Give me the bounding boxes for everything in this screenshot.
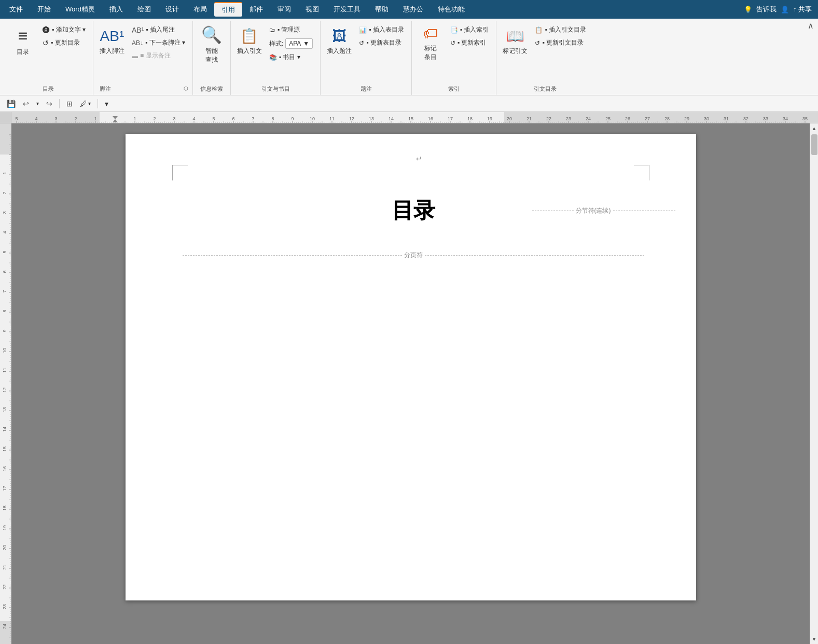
style-dropdown[interactable]: APA ▼: [285, 38, 313, 49]
menu-start[interactable]: 开始: [30, 3, 58, 16]
insert-table-fig-btn[interactable]: 📊 ▪ 插入表目录: [356, 24, 407, 36]
toc-btn-label: 目录: [17, 48, 29, 57]
format-painter-btn[interactable]: 🖊 ▾: [77, 98, 93, 109]
menu-word-ai[interactable]: Word精灵: [58, 3, 102, 16]
menu-view[interactable]: 视图: [298, 3, 326, 16]
insert-index-btn[interactable]: 📑 ▪ 插入索引: [447, 24, 492, 36]
menu-special[interactable]: 特色功能: [431, 3, 472, 16]
menu-file[interactable]: 文件: [2, 3, 30, 16]
ribbon-collapse-btn[interactable]: ∧: [803, 19, 818, 33]
main-content-col: ↵ 目录 分节符(连续): [11, 112, 818, 644]
page-break-line-left: [183, 255, 402, 256]
print-preview-icon: ⊞: [66, 100, 73, 108]
manage-source-btn[interactable]: 🗂 ▪ 管理源: [266, 24, 316, 36]
bibliography-btn[interactable]: 📚 ▪ 书目 ▾: [266, 51, 316, 63]
mark-citation-icon: 📖: [506, 27, 524, 45]
menu-hui-office[interactable]: 慧办公: [396, 3, 431, 16]
insert-citation-table-btn[interactable]: 📋 ▪ 插入引文目录: [532, 24, 589, 36]
mark-citation-label: 标记引文: [503, 47, 528, 55]
share-label[interactable]: ↑ 共享: [793, 5, 812, 14]
next-footnote-label: ▪ 下一条脚注 ▾: [145, 38, 185, 47]
return-mark: ↵: [416, 155, 422, 163]
scroll-up-btn[interactable]: ▲: [811, 123, 818, 133]
toc-large-btn[interactable]: ≡ 目录: [8, 23, 37, 60]
vertical-ruler: [0, 123, 11, 644]
print-preview-btn[interactable]: ⊞: [64, 98, 75, 109]
update-table-btn[interactable]: ↺ ▪ 更新表目录: [356, 37, 407, 49]
caption-small-btns: 📊 ▪ 插入表目录 ↺ ▪ 更新表目录: [356, 23, 407, 49]
show-note-btn[interactable]: ▬ ■ 显示备注: [129, 50, 188, 62]
smart-search-btn[interactable]: 🔍 智能 查找: [197, 23, 226, 66]
insert-caption-icon: 🖼: [332, 27, 346, 45]
citation-style-row: 样式: APA ▼: [266, 37, 316, 50]
caption-group-label: 题注: [358, 84, 374, 95]
update-citation-table-btn[interactable]: ↺ ▪ 更新引文目录: [532, 37, 589, 49]
citation-style-label: 样式:: [269, 39, 283, 48]
mark-index-icon: 🏷: [423, 25, 438, 42]
doc-scroll-area[interactable]: ↵ 目录 分节符(连续): [11, 123, 810, 644]
ruler-corner: [0, 112, 11, 123]
menu-draw[interactable]: 绘图: [130, 3, 158, 16]
ribbon-group-citation-table: 📖 标记引文 📋 ▪ 插入引文目录 ↺ ▪ 更新引文目录: [496, 21, 593, 95]
scroll-down-btn[interactable]: ▼: [811, 634, 818, 644]
add-text-btn[interactable]: 🅐 ▪ 添加文字 ▾: [39, 24, 89, 36]
doc-row: ↵ 目录 分节符(连续): [11, 123, 818, 644]
insert-caption-btn[interactable]: 🖼 插入题注: [325, 23, 354, 60]
insert-endnote-label: ▪ 插入尾注: [146, 25, 175, 34]
insert-footnote-btn[interactable]: AB¹ 插入脚注: [98, 23, 127, 60]
page-container: ↵ 目录 分节符(连续): [126, 134, 696, 634]
menu-dev-tools[interactable]: 开发工具: [326, 3, 368, 16]
update-index-label: ▪ 更新索引: [457, 38, 487, 47]
menu-review[interactable]: 审阅: [270, 3, 298, 16]
toc-small-btns: 🅐 ▪ 添加文字 ▾ ↺ ▪ 更新目录: [39, 23, 89, 49]
scrollbar-right[interactable]: ▲ ▼: [810, 123, 818, 644]
citation-table-group-label: 引文目录: [532, 84, 559, 95]
mark-index-btn[interactable]: 🏷 标记 条目: [416, 23, 445, 64]
next-footnote-btn[interactable]: AB↓ ▪ 下一条脚注 ▾: [129, 37, 188, 49]
bibliography-icon: 📚: [269, 54, 277, 61]
update-toc-btn[interactable]: ↺ ▪ 更新目录: [39, 37, 89, 49]
quick-toolbar: 💾 ↩ ▾ ↪ ⊞ 🖊 ▾ ▾: [0, 95, 818, 112]
footnote-expand-icon[interactable]: ⬡: [184, 86, 188, 91]
index-small-btns: 📑 ▪ 插入索引 ↺ ▪ 更新索引: [447, 23, 492, 49]
menu-mail[interactable]: 邮件: [242, 3, 270, 16]
menu-layout[interactable]: 布局: [186, 3, 214, 16]
menu-help[interactable]: 帮助: [368, 3, 396, 16]
citation-small-btns: 🗂 ▪ 管理源 样式: APA ▼ 📚 ▪ 书目 ▾: [266, 23, 316, 63]
index-group-label: 索引: [446, 84, 462, 95]
ribbon-group-smart-search: 🔍 智能 查找 信息检索: [193, 21, 231, 95]
menu-design[interactable]: 设计: [158, 3, 186, 16]
light-bulb-icon: 💡: [744, 6, 752, 13]
insert-citation-table-label: ▪ 插入引文目录: [545, 25, 586, 34]
save-btn[interactable]: 💾: [4, 98, 18, 109]
insert-citation-btn[interactable]: 📋 插入引文: [235, 23, 264, 60]
smart-search-buttons: 🔍 智能 查找: [197, 21, 226, 84]
format-painter-dropdown[interactable]: ▾: [88, 101, 91, 106]
scroll-thumb[interactable]: [811, 134, 817, 155]
insert-citation-icon: 📋: [240, 27, 258, 45]
insert-endnote-btn[interactable]: AB¹ ▪ 插入尾注: [129, 24, 188, 36]
tell-me-label[interactable]: 告诉我: [756, 5, 777, 14]
citation-buttons: 📋 插入引文 🗂 ▪ 管理源 样式: APA ▼: [235, 21, 316, 84]
custom-btn[interactable]: ▾: [102, 98, 111, 109]
undo-dropdown-btn[interactable]: ▾: [34, 99, 41, 108]
menu-references[interactable]: 引用: [214, 2, 242, 17]
toc-icon: ≡: [18, 26, 28, 46]
document-page[interactable]: ↵ 目录 分节符(连续): [126, 134, 696, 600]
section-break-continuous: 分节符(连续): [532, 206, 675, 215]
mark-citation-btn[interactable]: 📖 标记引文: [501, 23, 530, 60]
footnote-group-label: 脚注: [98, 84, 113, 95]
horizontal-ruler: [11, 112, 818, 123]
toolbar-divider-1: [59, 99, 60, 108]
citation-table-small-btns: 📋 ▪ 插入引文目录 ↺ ▪ 更新引文目录: [532, 23, 589, 49]
redo-btn[interactable]: ↪: [44, 98, 55, 109]
insert-index-label: ▪ 插入索引: [460, 25, 489, 34]
update-index-btn[interactable]: ↺ ▪ 更新索引: [447, 37, 492, 49]
update-table-icon: ↺: [359, 39, 364, 47]
next-footnote-icon: AB↓: [132, 39, 143, 47]
menu-insert[interactable]: 插入: [102, 3, 130, 16]
show-note-label: ■ 显示备注: [140, 51, 171, 60]
undo-btn[interactable]: ↩: [20, 98, 32, 109]
bibliography-label: ▪ 书目 ▾: [279, 53, 300, 62]
footnote-buttons: AB¹ 插入脚注 AB¹ ▪ 插入尾注 AB↓ ▪ 下一条脚注 ▾: [98, 21, 188, 84]
